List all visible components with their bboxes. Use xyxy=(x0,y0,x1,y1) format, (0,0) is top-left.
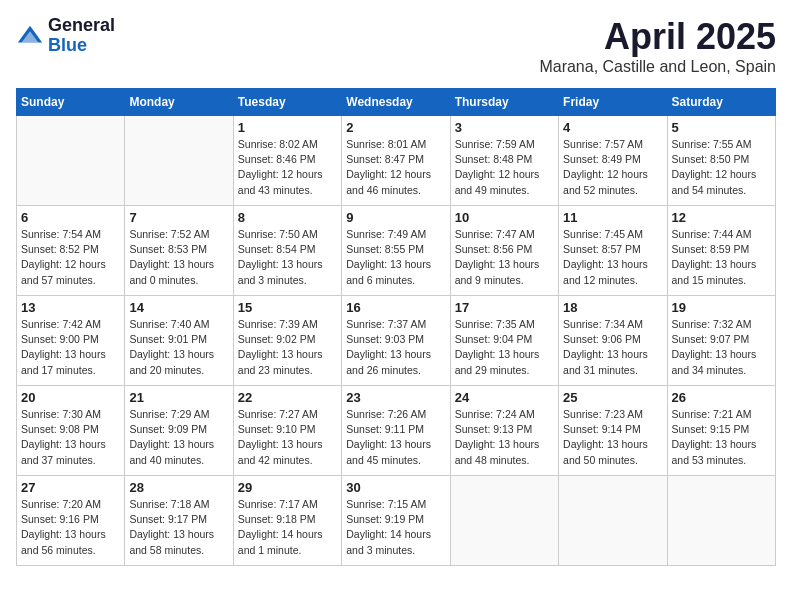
day-info: Sunrise: 7:20 AMSunset: 9:16 PMDaylight:… xyxy=(21,497,120,558)
day-number: 20 xyxy=(21,390,120,405)
day-info: Sunrise: 7:45 AMSunset: 8:57 PMDaylight:… xyxy=(563,227,662,288)
logo-text: General Blue xyxy=(48,16,115,56)
day-number: 7 xyxy=(129,210,228,225)
day-number: 8 xyxy=(238,210,337,225)
day-info: Sunrise: 7:49 AMSunset: 8:55 PMDaylight:… xyxy=(346,227,445,288)
logo: General Blue xyxy=(16,16,115,56)
day-number: 17 xyxy=(455,300,554,315)
header-sunday: Sunday xyxy=(17,89,125,116)
logo-general: General xyxy=(48,16,115,36)
day-info: Sunrise: 7:24 AMSunset: 9:13 PMDaylight:… xyxy=(455,407,554,468)
day-info: Sunrise: 7:34 AMSunset: 9:06 PMDaylight:… xyxy=(563,317,662,378)
day-number: 26 xyxy=(672,390,771,405)
day-number: 19 xyxy=(672,300,771,315)
logo-icon xyxy=(16,22,44,50)
day-number: 6 xyxy=(21,210,120,225)
day-cell-1-6: 12Sunrise: 7:44 AMSunset: 8:59 PMDayligh… xyxy=(667,206,775,296)
day-number: 27 xyxy=(21,480,120,495)
day-info: Sunrise: 7:42 AMSunset: 9:00 PMDaylight:… xyxy=(21,317,120,378)
day-cell-1-5: 11Sunrise: 7:45 AMSunset: 8:57 PMDayligh… xyxy=(559,206,667,296)
day-cell-3-0: 20Sunrise: 7:30 AMSunset: 9:08 PMDayligh… xyxy=(17,386,125,476)
day-info: Sunrise: 7:55 AMSunset: 8:50 PMDaylight:… xyxy=(672,137,771,198)
day-cell-0-4: 3Sunrise: 7:59 AMSunset: 8:48 PMDaylight… xyxy=(450,116,558,206)
day-number: 25 xyxy=(563,390,662,405)
weekday-header-row: Sunday Monday Tuesday Wednesday Thursday… xyxy=(17,89,776,116)
day-cell-1-0: 6Sunrise: 7:54 AMSunset: 8:52 PMDaylight… xyxy=(17,206,125,296)
day-info: Sunrise: 7:50 AMSunset: 8:54 PMDaylight:… xyxy=(238,227,337,288)
day-cell-3-6: 26Sunrise: 7:21 AMSunset: 9:15 PMDayligh… xyxy=(667,386,775,476)
day-info: Sunrise: 7:57 AMSunset: 8:49 PMDaylight:… xyxy=(563,137,662,198)
day-cell-0-6: 5Sunrise: 7:55 AMSunset: 8:50 PMDaylight… xyxy=(667,116,775,206)
header-tuesday: Tuesday xyxy=(233,89,341,116)
day-number: 15 xyxy=(238,300,337,315)
day-cell-1-4: 10Sunrise: 7:47 AMSunset: 8:56 PMDayligh… xyxy=(450,206,558,296)
day-cell-0-3: 2Sunrise: 8:01 AMSunset: 8:47 PMDaylight… xyxy=(342,116,450,206)
day-cell-3-5: 25Sunrise: 7:23 AMSunset: 9:14 PMDayligh… xyxy=(559,386,667,476)
day-number: 23 xyxy=(346,390,445,405)
day-info: Sunrise: 7:27 AMSunset: 9:10 PMDaylight:… xyxy=(238,407,337,468)
day-number: 22 xyxy=(238,390,337,405)
week-row-1: 1Sunrise: 8:02 AMSunset: 8:46 PMDaylight… xyxy=(17,116,776,206)
day-number: 5 xyxy=(672,120,771,135)
day-info: Sunrise: 7:26 AMSunset: 9:11 PMDaylight:… xyxy=(346,407,445,468)
day-number: 1 xyxy=(238,120,337,135)
day-info: Sunrise: 7:44 AMSunset: 8:59 PMDaylight:… xyxy=(672,227,771,288)
day-info: Sunrise: 7:30 AMSunset: 9:08 PMDaylight:… xyxy=(21,407,120,468)
day-number: 4 xyxy=(563,120,662,135)
day-info: Sunrise: 7:40 AMSunset: 9:01 PMDaylight:… xyxy=(129,317,228,378)
day-number: 2 xyxy=(346,120,445,135)
day-cell-1-1: 7Sunrise: 7:52 AMSunset: 8:53 PMDaylight… xyxy=(125,206,233,296)
day-number: 10 xyxy=(455,210,554,225)
location-title: Marana, Castille and Leon, Spain xyxy=(539,58,776,76)
day-number: 28 xyxy=(129,480,228,495)
day-cell-4-5 xyxy=(559,476,667,566)
day-cell-4-2: 29Sunrise: 7:17 AMSunset: 9:18 PMDayligh… xyxy=(233,476,341,566)
day-cell-4-4 xyxy=(450,476,558,566)
day-cell-2-1: 14Sunrise: 7:40 AMSunset: 9:01 PMDayligh… xyxy=(125,296,233,386)
day-info: Sunrise: 8:02 AMSunset: 8:46 PMDaylight:… xyxy=(238,137,337,198)
day-number: 30 xyxy=(346,480,445,495)
day-info: Sunrise: 7:39 AMSunset: 9:02 PMDaylight:… xyxy=(238,317,337,378)
week-row-4: 20Sunrise: 7:30 AMSunset: 9:08 PMDayligh… xyxy=(17,386,776,476)
day-number: 14 xyxy=(129,300,228,315)
day-cell-2-0: 13Sunrise: 7:42 AMSunset: 9:00 PMDayligh… xyxy=(17,296,125,386)
day-cell-4-6 xyxy=(667,476,775,566)
day-number: 24 xyxy=(455,390,554,405)
day-number: 11 xyxy=(563,210,662,225)
day-info: Sunrise: 7:35 AMSunset: 9:04 PMDaylight:… xyxy=(455,317,554,378)
day-number: 29 xyxy=(238,480,337,495)
day-info: Sunrise: 7:15 AMSunset: 9:19 PMDaylight:… xyxy=(346,497,445,558)
day-number: 21 xyxy=(129,390,228,405)
day-cell-3-1: 21Sunrise: 7:29 AMSunset: 9:09 PMDayligh… xyxy=(125,386,233,476)
page-header: General Blue April 2025 Marana, Castille… xyxy=(16,16,776,76)
day-cell-1-3: 9Sunrise: 7:49 AMSunset: 8:55 PMDaylight… xyxy=(342,206,450,296)
day-info: Sunrise: 7:54 AMSunset: 8:52 PMDaylight:… xyxy=(21,227,120,288)
header-thursday: Thursday xyxy=(450,89,558,116)
day-number: 18 xyxy=(563,300,662,315)
day-cell-0-5: 4Sunrise: 7:57 AMSunset: 8:49 PMDaylight… xyxy=(559,116,667,206)
week-row-3: 13Sunrise: 7:42 AMSunset: 9:00 PMDayligh… xyxy=(17,296,776,386)
header-wednesday: Wednesday xyxy=(342,89,450,116)
day-cell-3-2: 22Sunrise: 7:27 AMSunset: 9:10 PMDayligh… xyxy=(233,386,341,476)
day-cell-0-0 xyxy=(17,116,125,206)
day-number: 3 xyxy=(455,120,554,135)
day-cell-2-4: 17Sunrise: 7:35 AMSunset: 9:04 PMDayligh… xyxy=(450,296,558,386)
day-cell-4-0: 27Sunrise: 7:20 AMSunset: 9:16 PMDayligh… xyxy=(17,476,125,566)
day-cell-2-2: 15Sunrise: 7:39 AMSunset: 9:02 PMDayligh… xyxy=(233,296,341,386)
day-cell-3-3: 23Sunrise: 7:26 AMSunset: 9:11 PMDayligh… xyxy=(342,386,450,476)
week-row-2: 6Sunrise: 7:54 AMSunset: 8:52 PMDaylight… xyxy=(17,206,776,296)
day-number: 12 xyxy=(672,210,771,225)
day-cell-0-1 xyxy=(125,116,233,206)
day-cell-0-2: 1Sunrise: 8:02 AMSunset: 8:46 PMDaylight… xyxy=(233,116,341,206)
day-number: 16 xyxy=(346,300,445,315)
month-title: April 2025 xyxy=(539,16,776,58)
day-info: Sunrise: 7:52 AMSunset: 8:53 PMDaylight:… xyxy=(129,227,228,288)
day-info: Sunrise: 7:37 AMSunset: 9:03 PMDaylight:… xyxy=(346,317,445,378)
day-number: 9 xyxy=(346,210,445,225)
header-monday: Monday xyxy=(125,89,233,116)
week-row-5: 27Sunrise: 7:20 AMSunset: 9:16 PMDayligh… xyxy=(17,476,776,566)
day-info: Sunrise: 7:21 AMSunset: 9:15 PMDaylight:… xyxy=(672,407,771,468)
logo-blue: Blue xyxy=(48,36,115,56)
day-info: Sunrise: 7:32 AMSunset: 9:07 PMDaylight:… xyxy=(672,317,771,378)
header-saturday: Saturday xyxy=(667,89,775,116)
